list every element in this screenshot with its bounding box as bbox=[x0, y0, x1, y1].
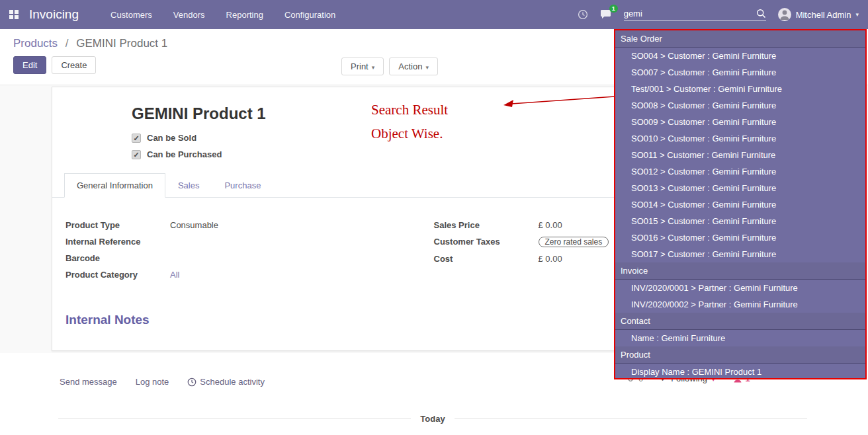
left-field-group: Product TypeConsumableInternal Reference… bbox=[65, 220, 434, 286]
schedule-activity-link[interactable]: Schedule activity bbox=[187, 377, 265, 387]
chevron-down-icon: ▾ bbox=[855, 11, 859, 18]
search-result-item[interactable]: Test/001 > Customer : Gemini Furniture bbox=[615, 81, 865, 97]
tab-purchase[interactable]: Purchase bbox=[212, 173, 273, 198]
checkbox-icon[interactable]: ✓ bbox=[132, 150, 141, 159]
search-result-item[interactable]: SO010 > Customer : Gemini Furniture bbox=[615, 130, 865, 147]
messages-icon[interactable]: 1 bbox=[600, 9, 612, 20]
search-result-item[interactable]: SO017 > Customer : Gemini Furniture bbox=[615, 246, 865, 262]
annotation-text: Search Result Object Wise. bbox=[371, 98, 448, 145]
checkbox-label: Can be Sold bbox=[147, 133, 196, 143]
field-row: Internal Reference bbox=[65, 237, 434, 247]
chevron-down-icon: ▾ bbox=[425, 64, 429, 71]
user-name: Mitchell Admin bbox=[796, 10, 851, 20]
menu-vendors[interactable]: Vendors bbox=[173, 10, 205, 20]
field-value: £ 0.00 bbox=[539, 254, 562, 264]
search-result-item[interactable]: SO013 > Customer : Gemini Furniture bbox=[615, 180, 865, 196]
tab-general-information[interactable]: General Information bbox=[64, 173, 165, 198]
search-group-header: Invoice bbox=[615, 262, 865, 280]
print-label: Print bbox=[351, 61, 369, 71]
apps-grid-icon[interactable] bbox=[9, 10, 19, 19]
navbar-right: 1 Mitchell Admin ▾ bbox=[578, 8, 859, 21]
breadcrumb-products-link[interactable]: Products bbox=[13, 37, 58, 50]
chatter-links: Send message Log note Schedule activity bbox=[60, 377, 265, 387]
navbar-menus: CustomersVendorsReportingConfiguration bbox=[110, 10, 335, 20]
search-result-item[interactable]: SO007 > Customer : Gemini Furniture bbox=[615, 64, 865, 81]
field-label: Cost bbox=[434, 254, 539, 264]
field-label: Customer Taxes bbox=[434, 237, 539, 247]
checkbox-icon[interactable]: ✓ bbox=[132, 134, 141, 143]
top-navbar: Invoicing CustomersVendorsReportingConfi… bbox=[0, 0, 868, 29]
breadcrumb-current: GEMINI Product 1 bbox=[76, 37, 167, 50]
tab-sales[interactable]: Sales bbox=[165, 173, 212, 198]
search-result-item[interactable]: INV/2020/0002 > Partner : Gemini Furnitu… bbox=[615, 296, 865, 313]
search-group-header: Sale Order bbox=[615, 30, 865, 48]
edit-button[interactable]: Edit bbox=[13, 56, 46, 74]
annotation-arrow-icon bbox=[502, 94, 618, 111]
menu-customers[interactable]: Customers bbox=[110, 10, 152, 20]
search-input[interactable] bbox=[624, 9, 756, 19]
checkbox-label: Can be Purchased bbox=[147, 149, 222, 159]
field-label: Sales Price bbox=[434, 220, 539, 230]
field-row: Barcode bbox=[65, 253, 434, 263]
search-result-item[interactable]: SO011 > Customer : Gemini Furniture bbox=[615, 147, 865, 163]
user-menu[interactable]: Mitchell Admin ▾ bbox=[778, 8, 859, 21]
search-result-item[interactable]: SO012 > Customer : Gemini Furniture bbox=[615, 163, 865, 180]
page: Invoicing CustomersVendorsReportingConfi… bbox=[0, 0, 868, 435]
field-value[interactable]: Zero rated sales bbox=[539, 237, 609, 247]
create-button[interactable]: Create bbox=[52, 56, 96, 74]
search-result-item[interactable]: SO014 > Customer : Gemini Furniture bbox=[615, 196, 865, 213]
field-row: Product TypeConsumable bbox=[65, 220, 434, 230]
send-message-link[interactable]: Send message bbox=[60, 377, 117, 387]
search-result-item[interactable]: Name : Gemini Furniture bbox=[615, 330, 865, 346]
schedule-activity-label: Schedule activity bbox=[200, 377, 265, 387]
search-result-item[interactable]: SO015 > Customer : Gemini Furniture bbox=[615, 213, 865, 229]
field-label: Product Type bbox=[65, 220, 170, 230]
log-note-link[interactable]: Log note bbox=[136, 377, 169, 387]
search-result-item[interactable]: Display Name : GEMINI Product 1 bbox=[615, 364, 865, 379]
field-label: Internal Reference bbox=[65, 237, 170, 247]
search-result-item[interactable]: SO016 > Customer : Gemini Furniture bbox=[615, 229, 865, 246]
divider-line bbox=[58, 418, 411, 419]
today-divider: Today bbox=[58, 414, 807, 424]
divider-line bbox=[455, 418, 807, 419]
field-label: Barcode bbox=[65, 253, 170, 263]
avatar bbox=[778, 8, 791, 21]
chevron-down-icon: ▾ bbox=[372, 64, 375, 71]
field-value: £ 0.00 bbox=[539, 220, 562, 230]
action-buttons: Print▾ Action▾ bbox=[341, 58, 438, 75]
menu-reporting[interactable]: Reporting bbox=[226, 10, 263, 20]
navbar-left: Invoicing CustomersVendorsReportingConfi… bbox=[9, 7, 335, 22]
search-result-item[interactable]: SO004 > Customer : Gemini Furniture bbox=[615, 48, 865, 64]
annotation-line-1: Search Result bbox=[371, 98, 448, 122]
field-value: Consumable bbox=[170, 220, 218, 230]
search-group-header: Product bbox=[615, 346, 865, 364]
clock-icon bbox=[187, 377, 196, 387]
annotation-line-2: Object Wise. bbox=[371, 122, 448, 145]
search-result-item[interactable]: INV/2020/0001 > Partner : Gemini Furnitu… bbox=[615, 280, 865, 296]
search-group-header: Contact bbox=[615, 313, 865, 330]
action-label: Action bbox=[398, 61, 422, 71]
message-count-badge: 1 bbox=[609, 5, 618, 13]
field-label: Product Category bbox=[65, 270, 170, 280]
field-value[interactable]: All bbox=[170, 270, 179, 280]
search-result-item[interactable]: SO009 > Customer : Gemini Furniture bbox=[615, 114, 865, 130]
activities-clock-icon[interactable] bbox=[578, 9, 588, 20]
search-result-item[interactable]: SO008 > Customer : Gemini Furniture bbox=[615, 97, 865, 114]
menu-configuration[interactable]: Configuration bbox=[284, 10, 335, 20]
action-button[interactable]: Action▾ bbox=[389, 58, 438, 75]
today-label: Today bbox=[420, 414, 445, 424]
search-results-dropdown: Sale OrderSO004 > Customer : Gemini Furn… bbox=[614, 29, 867, 379]
field-row: Product CategoryAll bbox=[65, 270, 434, 280]
app-name[interactable]: Invoicing bbox=[29, 7, 79, 22]
breadcrumb-separator: / bbox=[65, 37, 69, 50]
navbar-search bbox=[624, 9, 766, 21]
search-icon[interactable] bbox=[756, 9, 766, 19]
print-button[interactable]: Print▾ bbox=[341, 58, 384, 75]
